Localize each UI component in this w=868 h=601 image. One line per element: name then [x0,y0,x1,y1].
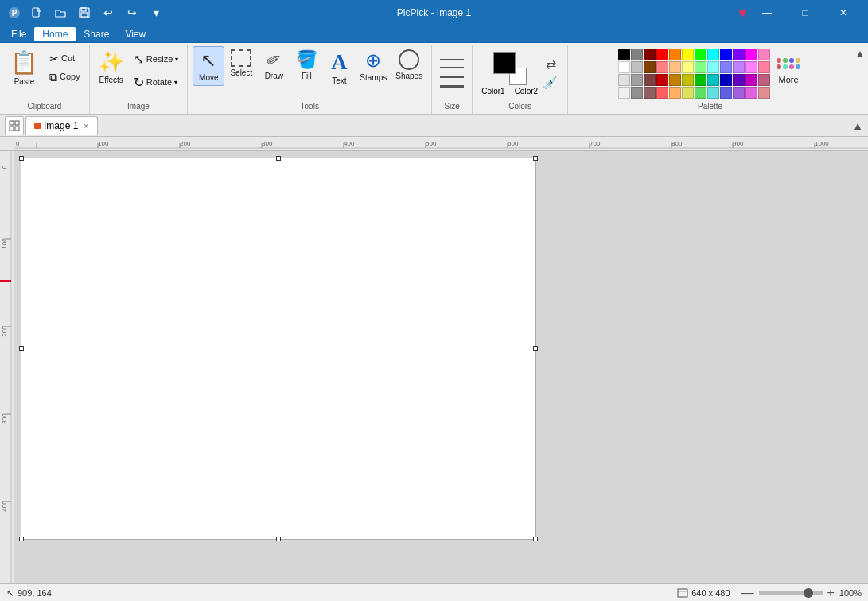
minimize-btn[interactable]: — [749,0,785,25]
more-colors-button[interactable]: More [775,72,803,88]
swatch-sgreen[interactable] [695,87,706,99]
close-btn[interactable]: ✕ [825,0,862,25]
zoom-slider[interactable] [759,591,823,595]
handle-tr[interactable] [533,156,538,161]
swatch-spurple[interactable] [733,87,745,99]
cut-button[interactable]: ✂ Cut [45,50,84,68]
draw-tool-button[interactable]: ✏ Draw [258,46,290,84]
swatch-drown[interactable] [644,74,656,86]
swatch-morange[interactable] [669,74,681,86]
paste-button[interactable]: 📋 Paste [5,46,44,90]
ribbon-group-image: ✨ Effects ⤡ Resize ▾ ↻ Rotate ▾ Image [90,45,189,114]
color1-swatch[interactable] [493,52,516,74]
size-line-2 [440,67,464,68]
handle-mr[interactable] [533,346,538,351]
swatch-lpurple[interactable] [733,61,745,73]
handle-bl[interactable] [19,537,24,541]
customize-qat-btn[interactable]: ▾ [146,3,165,22]
swatch-spink[interactable] [758,87,770,99]
swatch-syellow[interactable] [682,87,694,99]
menu-home[interactable]: Home [34,27,76,41]
swatch-purple[interactable] [733,49,745,60]
collapse-ribbon-btn[interactable]: ▲ [855,48,865,59]
handle-ml[interactable] [19,346,24,351]
new-file-btn[interactable] [27,3,46,22]
maximize-btn[interactable]: □ [787,0,823,25]
menu-share[interactable]: Share [76,27,117,41]
effects-button[interactable]: ✨ Effects [95,46,128,88]
swatch-lpink[interactable] [758,61,770,73]
swatch-white[interactable] [618,61,630,73]
redo-btn[interactable]: ↪ [123,3,142,22]
palette-row-2 [618,61,770,73]
grid-view-btn[interactable] [5,116,24,135]
shapes-tool-button[interactable]: Shapes [391,46,426,84]
text-tool-button[interactable]: A Text [323,46,355,89]
zoom-in-btn[interactable]: + [826,586,836,600]
swatch-lblue[interactable] [720,61,732,73]
zoom-out-btn[interactable]: — [740,586,756,600]
swap-colors-btn[interactable]: ⇄ [546,57,556,72]
swatch-lred[interactable] [656,61,668,73]
swatch-mgray[interactable] [631,74,643,86]
copy-icon: ⧉ [49,71,57,84]
swatch-yellow[interactable] [682,49,694,60]
eyedropper-btn[interactable]: 💉 [543,75,559,90]
handle-bm[interactable] [276,537,281,541]
swatch-myellow[interactable] [682,74,694,86]
swatch-scyan[interactable] [707,87,719,99]
menu-view[interactable]: View [117,27,154,41]
handle-br[interactable] [533,537,538,541]
swatch-vl2[interactable] [618,87,630,99]
handle-tl[interactable] [19,156,24,161]
swatch-brown[interactable] [644,61,656,73]
copy-button[interactable]: ⧉ Copy [45,68,84,87]
swatch-black[interactable] [618,49,630,60]
swatch-mpink[interactable] [758,74,770,86]
svg-rect-6 [81,13,88,17]
image1-tab[interactable]: Image 1 ✕ [25,116,98,135]
swatch-lime[interactable] [695,49,706,60]
swatch-lmagenta[interactable] [745,61,757,73]
move-tool-button[interactable]: ↖ Move [193,46,224,86]
swatch-lorange[interactable] [669,61,681,73]
swatch-lgreen[interactable] [695,61,706,73]
swatch-dgray[interactable] [631,49,643,60]
swatch-sblue[interactable] [720,87,732,99]
swatch-sdbrown[interactable] [644,87,656,99]
swatch-sred[interactable] [656,87,668,99]
open-file-btn[interactable] [51,3,70,22]
handle-tm[interactable] [276,156,281,161]
swatch-sorange[interactable] [669,87,681,99]
swatch-cyan[interactable] [707,49,719,60]
swatch-lgray[interactable] [631,61,643,73]
swatch-smagenta[interactable] [745,87,757,99]
ribbon-collapse-btn[interactable]: ▲ [852,119,863,132]
swatch-mmagenta[interactable] [745,74,757,86]
fill-tool-button[interactable]: 🪣 Fill [290,46,322,84]
swatch-mblue[interactable] [720,74,732,86]
swatch-lcyan[interactable] [707,61,719,73]
swatch-pink[interactable] [758,49,770,60]
swatch-lyellow[interactable] [682,61,694,73]
swatch-mcyan[interactable] [707,74,719,86]
swatch-orange[interactable] [669,49,681,60]
swatch-darkred[interactable] [644,49,656,60]
swatch-mgreen[interactable] [695,74,706,86]
swatch-vl1[interactable] [618,74,630,86]
select-tool-button[interactable]: Select [225,46,257,81]
swatch-mred[interactable] [656,74,668,86]
undo-btn[interactable]: ↩ [99,3,118,22]
swatch-blue[interactable] [720,49,732,60]
swatch-red[interactable] [656,49,668,60]
resize-button[interactable]: ⤡ Resize ▾ [130,49,183,69]
save-btn[interactable] [75,3,94,22]
swatch-mpurple[interactable] [733,74,745,86]
tab-close-btn[interactable]: ✕ [83,122,89,131]
zoom-thumb[interactable] [804,588,813,598]
menu-file[interactable]: File [3,27,34,41]
swatch-sgray[interactable] [631,87,643,99]
rotate-button[interactable]: ↻ Rotate ▾ [130,72,183,92]
swatch-magenta[interactable] [745,49,757,60]
stamps-tool-button[interactable]: ⊕ Stamps [356,46,391,86]
